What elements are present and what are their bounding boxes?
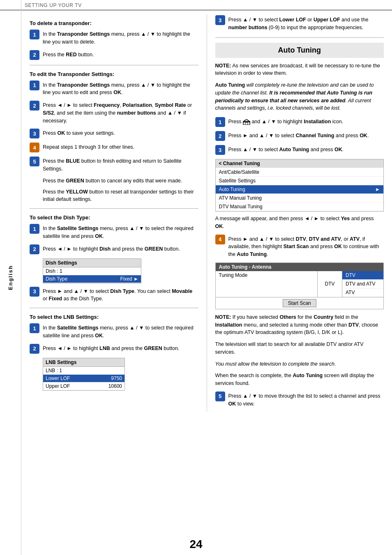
at-scan-row: Start Scan — [216, 297, 384, 309]
divider-3 — [30, 308, 198, 308]
at-table-body: Tuning Mode DTV DTV DTV and ATV ATV — [216, 271, 384, 297]
divider-right-1 — [215, 37, 384, 38]
step-dish-1: 1 In the Satellite Settings menu, press … — [30, 224, 198, 240]
auto-tuning-note-body: Auto Tuning will completely re-tune the … — [215, 81, 384, 112]
ch-auto-arrow: ► — [375, 187, 380, 192]
step-at-num-5: 5 — [215, 391, 225, 401]
dish-type-heading: To select the Dish Type: — [30, 214, 198, 221]
step-edit-5-text: Press the BLUE button to finish editing … — [43, 157, 198, 173]
step-lnb-num-3: 3 — [215, 15, 225, 25]
step-edit-num-4: 4 — [30, 143, 39, 152]
step-edit-4: 4 Repeat steps 1 through 3 for other lin… — [30, 143, 198, 152]
step-edit-num-5: 5 — [30, 157, 39, 166]
at-table-right: DTV DTV and ATV ATV — [342, 271, 383, 297]
two-column-layout: To delete a transponder: 1 In the Transp… — [30, 14, 384, 412]
at-opt-atv: ATV — [342, 288, 383, 297]
auto-tuning-table: Auto Tuning - Antenna Tuning Mode DTV DT… — [215, 263, 384, 309]
lnb-lower-value: 9750 — [111, 375, 122, 381]
auto-tuning-note-intro: NOTE: As new services are broadcast, it … — [215, 62, 384, 78]
step-lnb-num-2: 2 — [30, 344, 39, 354]
at-dtv-col-header: DTV — [318, 271, 342, 297]
dish-menu-header: Dish Settings — [43, 259, 141, 267]
step-edit-1: 1 In the Transponder Settings menu, pres… — [30, 81, 198, 97]
ch-row-ant: Ant/Cable/Satellite — [216, 168, 384, 177]
at-opt-dtv: DTV — [342, 271, 383, 280]
lnb-menu-header: LNB Settings — [43, 358, 125, 367]
lnb-upper-label: Upper LOF — [46, 383, 70, 389]
step-lnb-1-text: In the Satellite Settings menu, press ▲ … — [43, 323, 198, 340]
svg-rect-2 — [245, 122, 248, 125]
step-at-3-text: Press ▲ / ▼ to select Auto Tuning and pr… — [228, 145, 344, 154]
page-container: SETTING UP YOUR TV English To delete a t… — [0, 0, 392, 555]
step-delete-2-text: Press the RED button. — [43, 50, 94, 59]
step-lnb-2-text: Press ◄ / ► to highlight LNB and press t… — [43, 344, 180, 352]
lnb-row-upper: Upper LOF 10600 — [43, 382, 125, 390]
home-icon — [243, 119, 250, 125]
step-at-3: 3 Press ▲ / ▼ to select Auto Tuning and … — [215, 145, 384, 155]
channel-tuning-menu: < Channel Tuning Ant/Cable/Satellite Sat… — [215, 159, 384, 212]
right-column: 3 Press ▲ / ▼ to select Lower LOF or Upp… — [207, 14, 384, 412]
ch-row-satellite: Satellite Settings — [216, 177, 384, 185]
step-lnb-3: 3 Press ▲ / ▼ to select Lower LOF or Upp… — [215, 15, 384, 32]
lnb-settings-menu: LNB Settings LNB : 1 Lower LOF 9750 Uppe… — [43, 358, 125, 391]
left-column: To delete a transponder: 1 In the Transp… — [30, 14, 198, 412]
step-at-2-text: Press ► and ▲ / ▼ to select Channel Tuni… — [228, 131, 369, 140]
step-at-num-2: 2 — [215, 131, 225, 141]
start-scan-btn[interactable]: Start Scan — [283, 299, 316, 307]
note-allow: You must allow the television to complet… — [215, 360, 384, 368]
step-edit-num-1: 1 — [30, 81, 39, 90]
step-edit-1-text: In the Transponder Settings menu, press … — [43, 81, 198, 97]
step-at-4: 4 Press ► and ▲ / ▼ to select DTV, DTV a… — [215, 235, 384, 258]
step-delete-1: 1 In the Transponder Settings menu, pres… — [30, 30, 198, 46]
step-dish-num-2: 2 — [30, 244, 39, 254]
step-number-2: 2 — [30, 50, 39, 60]
delete-transponder-heading: To delete a transponder: — [30, 20, 198, 26]
step-at-2: 2 Press ► and ▲ / ▼ to select Channel Tu… — [215, 131, 384, 141]
lnb-row-1-label: LNB : 1 — [46, 368, 62, 373]
dish-row-1-label: Dish : 1 — [46, 268, 62, 274]
step-dish-1-text: In the Satellite Settings menu, press ▲ … — [43, 224, 198, 240]
dish-type-label: Dish Type — [46, 276, 67, 282]
svg-marker-1 — [243, 119, 250, 122]
step-edit-2-text: Press ◄ / ► to select Frequency, Polaris… — [43, 101, 198, 124]
ch-auto-label: Auto Tuning — [219, 187, 245, 192]
step-edit-2: 2 Press ◄ / ► to select Frequency, Polar… — [30, 101, 198, 124]
ch-row-atv-manual: ATV Manual Tuning — [216, 194, 384, 203]
dish-type-value: Fixed ► — [120, 276, 138, 282]
step-edit-3-text: Press OK to save your settings. — [43, 129, 115, 137]
step-delete-1-text: In the Transponder Settings menu, press … — [43, 30, 198, 46]
step-edit-num-2: 2 — [30, 101, 39, 111]
step-delete-2: 2 Press the RED button. — [30, 50, 198, 60]
step-at-4-text: Press ► and ▲ / ▼ to select DTV, DTV and… — [228, 235, 384, 258]
step-at-5-text: Press ▲ / ▼ to move through the list to … — [228, 391, 384, 408]
edit-plain-2: Press the YELLOW button to reset all tra… — [43, 188, 198, 204]
step-at-num-1: 1 — [215, 117, 225, 127]
step-number-1: 1 — [30, 30, 39, 39]
sidebar-label: English — [7, 265, 14, 290]
sidebar: English — [0, 0, 21, 555]
ch-menu-header: < Channel Tuning — [216, 159, 384, 168]
step-at-num-4: 4 — [215, 235, 225, 244]
step-at-5: 5 Press ▲ / ▼ to move through the list t… — [215, 391, 384, 408]
page-number: 24 — [189, 538, 202, 551]
note-complete: When the search is complete, the Auto Tu… — [215, 372, 384, 387]
dish-row-1: Dish : 1 — [43, 267, 141, 275]
step-lnb-num-1: 1 — [30, 323, 39, 333]
header-title: SETTING UP YOUR TV — [25, 2, 82, 8]
edit-plain-1: Press the GREEN button to cancel any edi… — [43, 177, 198, 185]
ch-row-auto: Auto Tuning ► — [216, 185, 384, 194]
after-menu-text: A message will appear, and then press ◄ … — [215, 215, 384, 230]
lnb-upper-value: 10600 — [108, 383, 122, 389]
edit-transponder-heading: To edit the Transponder Settings: — [30, 71, 198, 77]
step-edit-num-3: 3 — [30, 129, 39, 138]
dish-settings-menu: Dish Settings Dish : 1 Dish Type Fixed ► — [43, 258, 141, 283]
lnb-row-1: LNB : 1 — [43, 367, 125, 375]
step-dish-3-text: Press ► and ▲ / ▼ to select Dish Type. Y… — [43, 287, 198, 303]
auto-tuning-heading: Auto Tuning — [215, 43, 384, 58]
note-country: NOTE: If you have selected Others for th… — [215, 313, 384, 336]
step-dish-num-3: 3 — [30, 287, 39, 297]
at-table-header: Auto Tuning - Antenna — [216, 263, 384, 271]
divider-1 — [30, 65, 198, 65]
step-edit-3: 3 Press OK to save your settings. — [30, 129, 198, 138]
main-content: To delete a transponder: 1 In the Transp… — [21, 10, 392, 428]
